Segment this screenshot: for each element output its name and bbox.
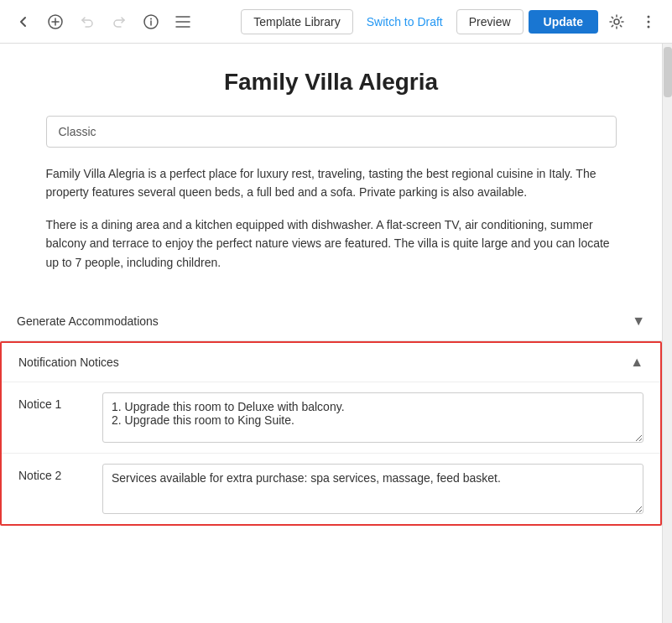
notification-notices-header[interactable]: Notification Notices ▲ xyxy=(2,343,660,382)
notification-notices-label: Notification Notices xyxy=(18,356,630,369)
generate-accommodations-panel[interactable]: Generate Accommodations ▼ xyxy=(0,302,662,341)
document-title: Family Villa Alegria xyxy=(46,69,617,96)
generate-accommodations-arrow: ▼ xyxy=(632,314,645,329)
document-content: Family Villa Alegria Classic Family Vill… xyxy=(13,44,650,302)
switch-to-draft-button[interactable]: Switch to Draft xyxy=(358,10,451,34)
notice-2-label: Notice 2 xyxy=(18,464,102,482)
paragraph-1: Family Villa Alegria is a perfect place … xyxy=(46,164,617,202)
content-area[interactable]: Family Villa Alegria Classic Family Vill… xyxy=(0,44,662,623)
style-box: Classic xyxy=(46,116,617,148)
notification-notices-panel: Notification Notices ▲ Notice 1 1. Upgra… xyxy=(0,341,662,526)
notice-2-input[interactable]: Services available for extra purchase: s… xyxy=(102,464,643,514)
notification-notices-arrow: ▲ xyxy=(630,355,643,370)
svg-point-6 xyxy=(648,25,650,28)
info-button[interactable] xyxy=(138,8,164,35)
back-button[interactable] xyxy=(10,8,37,35)
toolbar: Template Library Switch to Draft Preview… xyxy=(0,0,672,44)
paragraph-2: There is a dining area and a kitchen equ… xyxy=(46,215,617,272)
notice-1-label: Notice 1 xyxy=(18,392,102,411)
add-button[interactable] xyxy=(42,8,69,35)
scrollbar-track[interactable] xyxy=(662,44,672,623)
update-button[interactable]: Update xyxy=(529,10,598,34)
svg-point-4 xyxy=(648,15,650,18)
scrollbar-thumb[interactable] xyxy=(664,47,672,97)
svg-point-5 xyxy=(648,20,650,23)
menu-button[interactable] xyxy=(169,8,196,35)
notice-1-input[interactable]: 1. Upgrade this room to Deluxe with balc… xyxy=(102,392,643,443)
settings-button[interactable] xyxy=(603,8,630,35)
more-options-button[interactable] xyxy=(635,8,662,35)
template-library-button[interactable]: Template Library xyxy=(241,9,353,34)
svg-point-2 xyxy=(150,18,152,19)
svg-point-3 xyxy=(614,19,619,24)
generate-accommodations-label: Generate Accommodations xyxy=(17,314,632,328)
notice-2-row: Notice 2 Services available for extra pu… xyxy=(2,453,660,524)
preview-button[interactable]: Preview xyxy=(456,9,524,34)
undo-button[interactable] xyxy=(74,8,101,35)
redo-button[interactable] xyxy=(106,8,133,35)
notice-1-row: Notice 1 1. Upgrade this room to Deluxe … xyxy=(2,382,660,453)
main-wrapper: Family Villa Alegria Classic Family Vill… xyxy=(0,44,672,623)
